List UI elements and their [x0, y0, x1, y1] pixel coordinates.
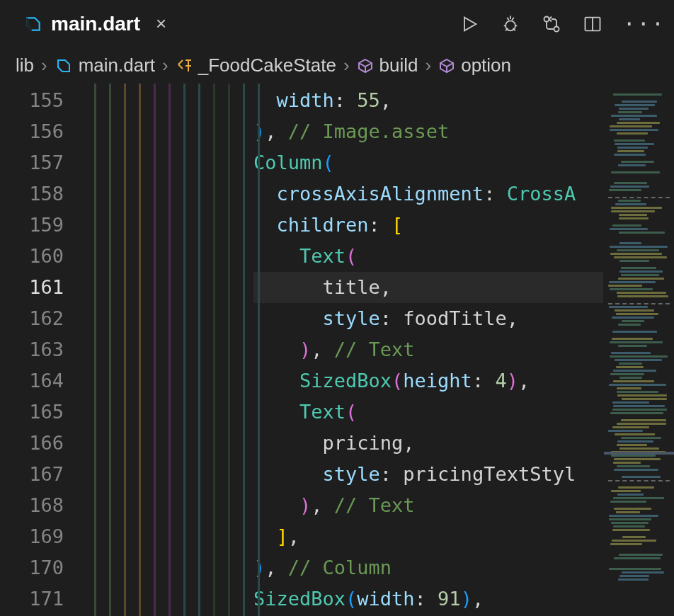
code-line[interactable]: title,	[253, 272, 603, 303]
breadcrumb-separator: ›	[343, 55, 350, 76]
editor-actions: ···	[459, 11, 666, 36]
class-icon	[176, 57, 193, 74]
breadcrumb-item-method[interactable]: build	[357, 55, 418, 76]
tab-bar: main.dart × ···	[0, 0, 674, 48]
more-actions-button[interactable]: ···	[623, 11, 666, 36]
code-line[interactable]: ), // Text	[253, 490, 603, 521]
indent-guides	[76, 84, 253, 616]
dart-file-icon	[24, 15, 42, 33]
line-number: 171	[0, 583, 64, 615]
method-icon	[357, 57, 374, 74]
svg-point-2	[554, 26, 559, 31]
code-line[interactable]: width: 55,	[253, 85, 603, 116]
line-number: 164	[0, 365, 64, 397]
line-number: 169	[0, 521, 64, 552]
split-editor-button[interactable]	[582, 13, 603, 35]
debug-button[interactable]	[500, 13, 521, 35]
method-icon	[438, 57, 455, 74]
close-tab-button[interactable]: ×	[156, 13, 166, 35]
breadcrumb-separator: ›	[162, 55, 168, 76]
breadcrumb-item-class[interactable]: _FoodCakeState	[176, 55, 336, 76]
line-number: 165	[0, 397, 64, 428]
breadcrumb-label: main.dart	[79, 55, 155, 76]
line-number-gutter: 1551561571581591601611621631641651661671…	[0, 84, 76, 616]
line-number: 166	[0, 428, 64, 459]
breadcrumb-item-lib[interactable]: lib	[16, 55, 34, 76]
line-number: 160	[0, 241, 64, 272]
code-line[interactable]: crossAxisAlignment: CrossA	[253, 178, 603, 210]
line-number: 170	[0, 552, 64, 583]
code-line[interactable]: ],	[253, 521, 603, 552]
breadcrumb-item-file[interactable]: main.dart	[55, 55, 155, 76]
code-content[interactable]: width: 55,), // Image.assetColumn( cross…	[253, 84, 603, 616]
run-button[interactable]	[459, 13, 480, 35]
code-line[interactable]: style: foodTitle,	[253, 303, 603, 334]
code-line[interactable]: Column(	[253, 147, 603, 178]
code-line[interactable]: ), // Image.asset	[253, 116, 603, 147]
code-line[interactable]: pricing,	[253, 428, 603, 459]
breadcrumb-label: lib	[16, 55, 34, 76]
dart-file-icon	[55, 57, 73, 75]
line-number: 156	[0, 116, 64, 147]
minimap[interactable]	[603, 84, 674, 616]
code-line[interactable]: ), // Column	[253, 552, 603, 583]
line-number: 158	[0, 178, 64, 210]
git-compare-button[interactable]	[541, 13, 562, 35]
line-number: 159	[0, 210, 64, 241]
breadcrumb-label: option	[461, 55, 511, 76]
breadcrumb-label: build	[379, 55, 418, 76]
line-number: 163	[0, 334, 64, 365]
breadcrumb-item-symbol[interactable]: option	[438, 55, 511, 76]
code-line[interactable]: SizedBox(height: 4),	[253, 365, 603, 397]
breadcrumb[interactable]: lib › main.dart › _FoodCakeState › build…	[0, 48, 674, 84]
code-line[interactable]: Text(	[253, 241, 603, 272]
breadcrumb-separator: ›	[425, 55, 432, 76]
tab-filename: main.dart	[51, 13, 140, 35]
breadcrumb-separator: ›	[41, 55, 47, 76]
line-number: 168	[0, 490, 64, 521]
code-editor[interactable]: 1551561571581591601611621631641651661671…	[0, 84, 674, 616]
breadcrumb-label: _FoodCakeState	[198, 55, 336, 76]
code-line[interactable]: ), // Text	[253, 334, 603, 365]
line-number: 162	[0, 303, 64, 334]
line-number: 157	[0, 147, 64, 178]
code-line[interactable]: style: pricingTextStyl	[253, 459, 603, 490]
code-line[interactable]: SizedBox(width: 91),	[253, 583, 603, 615]
code-line[interactable]: Text(	[253, 397, 603, 428]
editor-tab[interactable]: main.dart ×	[14, 6, 176, 42]
code-line[interactable]: children: [	[253, 210, 603, 241]
line-number: 167	[0, 459, 64, 490]
line-number: 155	[0, 85, 64, 116]
line-number: 161	[0, 272, 64, 303]
